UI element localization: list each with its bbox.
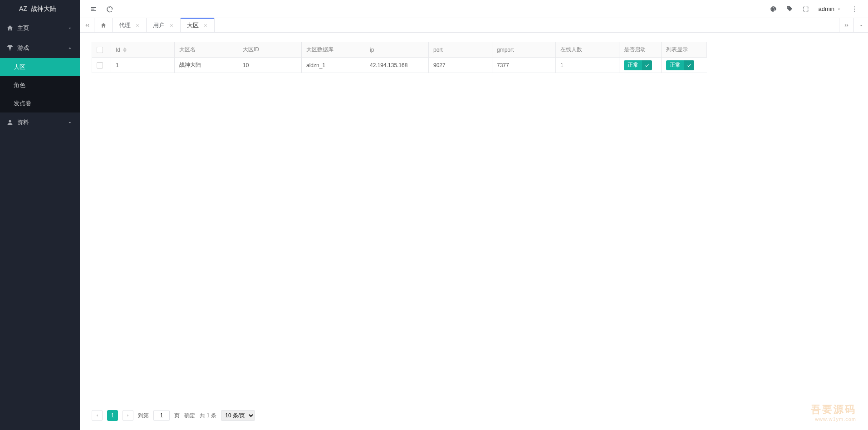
tabs-scroll-left[interactable] — [80, 18, 94, 32]
cell-enabled: 正常 — [619, 58, 662, 73]
sidebar-item-label: 资料 — [17, 118, 29, 127]
pager-prev[interactable] — [92, 410, 103, 421]
chevron-down-icon — [836, 6, 842, 12]
column-label: port — [433, 47, 443, 53]
pager-next[interactable] — [123, 410, 133, 421]
svg-point-1 — [854, 9, 855, 10]
cell-db: aldzn_1 — [302, 58, 365, 73]
sidebar-item-game[interactable]: 游戏 — [0, 38, 80, 58]
tab-label: 代理 — [119, 21, 131, 29]
close-icon[interactable] — [169, 23, 174, 28]
pager-goto-label: 到第 — [138, 412, 149, 420]
column-enabled: 是否启动 — [619, 42, 662, 58]
column-zone-id: 大区ID — [238, 42, 302, 58]
cell-zone-name: 战神大陆 — [175, 58, 238, 73]
sidebar-sub-zone[interactable]: 大区 — [0, 58, 80, 76]
fullscreen-button[interactable] — [798, 0, 814, 18]
user-name: admin — [819, 5, 834, 12]
cell-id: 1 — [111, 58, 175, 73]
menu-collapse-icon — [90, 5, 97, 13]
more-vertical-icon — [851, 5, 858, 13]
refresh-icon — [106, 5, 113, 13]
listshow-switch[interactable]: 正常 — [666, 60, 694, 70]
tab-home[interactable] — [94, 18, 113, 32]
tab-agent[interactable]: 代理 — [113, 18, 147, 32]
checkbox-all[interactable] — [97, 47, 103, 53]
tab-label: 用户 — [153, 21, 165, 29]
column-label: 大区名 — [179, 46, 196, 54]
column-label: gmport — [497, 47, 514, 53]
column-zone-name: 大区名 — [175, 42, 238, 58]
sidebar-item-label: 游戏 — [17, 44, 29, 52]
tags-button[interactable] — [781, 0, 798, 18]
chevron-down-icon — [67, 25, 73, 31]
home-icon — [100, 22, 107, 29]
refresh-button[interactable] — [102, 0, 118, 18]
sidebar-sub-label: 发点卷 — [14, 99, 31, 108]
chevron-left-icon — [95, 413, 99, 418]
pager-page-unit: 页 — [174, 412, 180, 420]
double-chevron-left-icon — [84, 22, 90, 29]
sidebar-sub-credit[interactable]: 发点卷 — [0, 94, 80, 112]
row-checkbox[interactable] — [92, 58, 111, 73]
cell-port: 9027 — [429, 58, 492, 73]
column-checkbox[interactable] — [92, 42, 111, 58]
pager-page-1[interactable]: 1 — [107, 410, 118, 421]
column-label: ip — [370, 47, 374, 53]
tab-user[interactable]: 用户 — [147, 18, 181, 32]
column-label: 在线人数 — [560, 46, 582, 54]
pager-confirm-button[interactable]: 确定 — [184, 412, 195, 420]
user-icon — [6, 119, 14, 126]
more-button[interactable] — [846, 0, 863, 18]
column-label: 大区ID — [243, 46, 259, 54]
cell-gmport: 7377 — [492, 58, 556, 73]
enabled-switch[interactable]: 正常 — [624, 60, 652, 70]
pagination: 1 到第 页 确定 共 1 条 10 条/页 — [92, 404, 856, 421]
topbar: admin — [80, 0, 868, 18]
checkbox-row[interactable] — [97, 62, 103, 68]
tab-zone[interactable]: 大区 — [181, 18, 215, 32]
close-icon[interactable] — [135, 23, 140, 28]
user-menu[interactable]: admin — [819, 5, 842, 12]
chevron-down-icon — [858, 23, 864, 28]
double-chevron-right-icon — [843, 22, 850, 29]
sidebar-item-home[interactable]: 主页 — [0, 18, 80, 38]
column-id[interactable]: Id — [111, 42, 175, 58]
tabs-scroll-right[interactable] — [839, 18, 853, 32]
tabs-bar: 代理 用户 大区 — [80, 18, 868, 33]
home-icon — [6, 24, 14, 32]
column-port: port — [429, 42, 492, 58]
chevron-up-icon — [67, 45, 73, 51]
sort-icon[interactable] — [123, 47, 127, 53]
main: admin 代理 用户 大区 — [80, 0, 868, 430]
sidebar-item-profile[interactable]: 资料 — [0, 112, 80, 132]
collapse-sidebar-button[interactable] — [85, 0, 102, 18]
data-table: Id 大区名 大区ID 大区数据库 ip port gmport 在线人数 是否… — [92, 42, 856, 73]
column-label: 列表显示 — [666, 46, 688, 54]
sidebar-sub-label: 大区 — [14, 63, 25, 71]
content: Id 大区名 大区ID 大区数据库 ip port gmport 在线人数 是否… — [80, 33, 868, 430]
chevron-down-icon — [67, 120, 73, 125]
column-ip: ip — [365, 42, 429, 58]
sidebar-sub-label: 角色 — [14, 81, 25, 89]
column-db: 大区数据库 — [302, 42, 365, 58]
tab-label: 大区 — [187, 21, 199, 29]
check-icon — [684, 60, 694, 70]
sidebar: AZ_战神大陆 主页 游戏 大区 角色 发点卷 资料 — [0, 0, 80, 430]
cell-online: 1 — [556, 58, 619, 73]
theme-button[interactable] — [765, 0, 781, 18]
sidebar-sub-role[interactable]: 角色 — [0, 76, 80, 94]
svg-point-0 — [854, 6, 855, 7]
palette-icon — [770, 5, 777, 13]
cell-zone-id: 10 — [238, 58, 302, 73]
tabs-container: 代理 用户 大区 — [94, 18, 839, 32]
diamond-icon — [6, 44, 14, 52]
svg-point-2 — [854, 10, 855, 11]
column-label: 是否启动 — [624, 46, 646, 54]
chevron-right-icon — [126, 413, 130, 418]
brand-title: AZ_战神大陆 — [0, 0, 80, 18]
close-icon[interactable] — [203, 23, 208, 28]
pager-goto-input[interactable] — [153, 410, 170, 421]
pager-pagesize-select[interactable]: 10 条/页 — [221, 410, 255, 421]
tabs-dropdown[interactable] — [853, 18, 868, 32]
